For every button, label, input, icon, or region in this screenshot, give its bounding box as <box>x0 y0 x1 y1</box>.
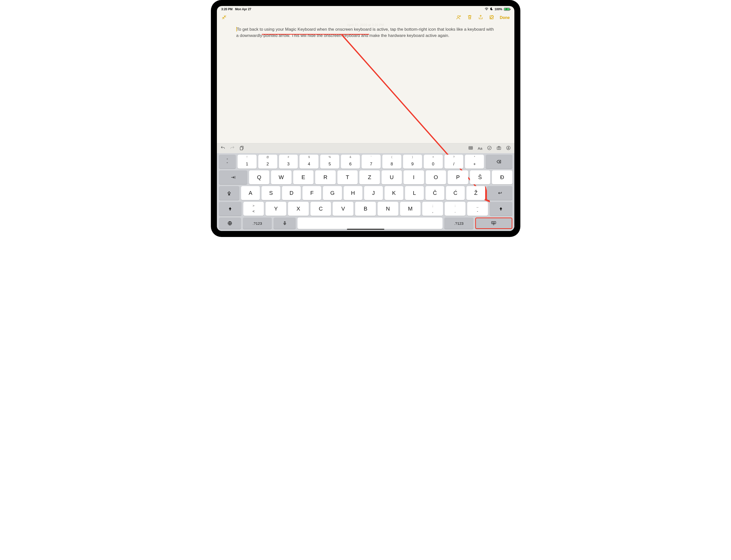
home-indicator <box>347 229 385 230</box>
key-h[interactable]: H <box>344 186 362 200</box>
text-format-button[interactable]: Aa <box>478 146 482 150</box>
format-bar: Aa <box>217 143 514 153</box>
key-,[interactable]: ;, <box>422 202 443 216</box>
svg-rect-15 <box>284 222 285 224</box>
key-z[interactable]: Z <box>359 170 380 184</box>
key-4[interactable]: $4 <box>299 155 318 169</box>
battery-icon: ⚡︎ <box>504 8 510 11</box>
status-right: 100% ⚡︎ <box>485 7 510 11</box>
key-l[interactable]: L <box>405 186 424 200</box>
shift-key-left[interactable] <box>219 202 241 216</box>
note-timestamp: April 27, 2020 at 3:20 PM <box>347 23 384 27</box>
markup-icon[interactable] <box>506 145 511 151</box>
screen: 3:20 PM Mon Apr 27 100% ⚡︎ <box>217 6 514 231</box>
key-5[interactable]: %5 <box>320 155 339 169</box>
collaborate-icon[interactable] <box>456 14 462 21</box>
key-ć[interactable]: Ć <box>446 186 465 200</box>
done-button[interactable]: Done <box>500 15 510 20</box>
key-o[interactable]: O <box>426 170 446 184</box>
shift-key-right[interactable] <box>490 202 512 216</box>
key-v[interactable]: V <box>333 202 353 216</box>
annotation-underline <box>262 34 369 35</box>
key-r[interactable]: R <box>315 170 336 184</box>
key-a[interactable]: A <box>241 186 260 200</box>
key-n[interactable]: N <box>378 202 398 216</box>
share-icon[interactable] <box>478 14 484 21</box>
svg-point-0 <box>486 10 487 10</box>
key-y[interactable]: Y <box>265 202 286 216</box>
spacebar-key[interactable] <box>297 218 443 229</box>
key-ž[interactable]: Ž <box>467 186 485 200</box>
status-left: 3:20 PM Mon Apr 27 <box>221 7 251 11</box>
table-icon[interactable] <box>468 145 473 151</box>
ipad-device-frame: 3:20 PM Mon Apr 27 100% ⚡︎ <box>211 0 520 237</box>
svg-point-1 <box>457 16 459 17</box>
hide-keyboard-key[interactable] <box>475 218 512 229</box>
keyboard-row-4: ><YXCVBNM;,:._- <box>219 202 512 216</box>
key-quote[interactable]: "" <box>219 155 236 169</box>
key-2[interactable]: @2 <box>258 155 277 169</box>
undo-icon[interactable] <box>220 145 225 151</box>
key-6[interactable]: &6 <box>341 155 360 169</box>
clipboard-icon[interactable] <box>239 145 244 151</box>
key-š[interactable]: Š <box>470 170 491 184</box>
key-č[interactable]: Č <box>426 186 444 200</box>
keyboard-row-2: QWERTZUIOPŠĐ <box>219 170 512 184</box>
return-key[interactable] <box>487 186 512 200</box>
key-8[interactable]: (8 <box>383 155 401 169</box>
key-g[interactable]: G <box>323 186 342 200</box>
numbers-key-right[interactable]: .?123 <box>444 218 473 229</box>
key-0[interactable]: =0 <box>424 155 443 169</box>
annotation-arrow <box>217 23 514 143</box>
keyboard-row-1: ""!1@2#3$4%5&6'7(8)9=0?/*+ <box>219 155 512 169</box>
key-9[interactable]: )9 <box>403 155 422 169</box>
key-x[interactable]: X <box>288 202 309 216</box>
keyboard-row-3: ASDFGHJKLČĆŽ <box>219 186 512 200</box>
wifi-icon <box>485 7 489 11</box>
key-d[interactable]: D <box>282 186 301 200</box>
key-.[interactable]: :. <box>445 202 466 216</box>
globe-key[interactable] <box>219 218 241 229</box>
key-s[interactable]: S <box>261 186 280 200</box>
key-c[interactable]: C <box>310 202 331 216</box>
note-body[interactable]: April 27, 2020 at 3:20 PM To get back to… <box>217 23 514 143</box>
key-7[interactable]: '7 <box>361 155 381 169</box>
key-m[interactable]: M <box>400 202 421 216</box>
tab-key[interactable] <box>219 170 247 184</box>
key-3[interactable]: #3 <box>279 155 298 169</box>
note-text: To get back to using your Magic Keyboard… <box>236 27 494 38</box>
notes-toolbar: Done <box>217 12 514 23</box>
key-w[interactable]: W <box>271 170 291 184</box>
svg-point-11 <box>498 147 500 149</box>
numbers-key-left[interactable]: .?123 <box>243 218 272 229</box>
key-p[interactable]: P <box>448 170 468 184</box>
key-q[interactable]: Q <box>249 170 269 184</box>
key-t[interactable]: T <box>337 170 358 184</box>
svg-rect-8 <box>469 146 473 149</box>
trash-icon[interactable] <box>467 14 473 21</box>
key-e[interactable]: E <box>293 170 314 184</box>
compose-icon[interactable] <box>489 14 495 21</box>
caps-key[interactable] <box>219 186 239 200</box>
key--[interactable]: _- <box>467 202 488 216</box>
collapse-icon[interactable] <box>221 14 227 21</box>
key-f[interactable]: F <box>302 186 321 200</box>
key-k[interactable]: K <box>385 186 403 200</box>
key-u[interactable]: U <box>382 170 402 184</box>
dictation-key[interactable] <box>273 218 296 229</box>
key-đ[interactable]: Đ <box>492 170 512 184</box>
key-1[interactable]: !1 <box>237 155 256 169</box>
camera-icon[interactable] <box>497 145 501 151</box>
svg-point-9 <box>488 146 491 150</box>
key-slash[interactable]: ?/ <box>445 155 464 169</box>
key-angle[interactable]: >< <box>243 202 264 216</box>
keyboard-row-5: .?123 .?123 <box>219 218 512 229</box>
svg-rect-6 <box>240 147 242 150</box>
checklist-icon[interactable] <box>487 145 492 151</box>
key-i[interactable]: I <box>404 170 424 184</box>
key-plus[interactable]: *+ <box>465 155 484 169</box>
key-b[interactable]: B <box>355 202 376 216</box>
key-j[interactable]: J <box>364 186 383 200</box>
redo-icon[interactable] <box>230 145 235 151</box>
backspace-key[interactable] <box>486 155 512 169</box>
